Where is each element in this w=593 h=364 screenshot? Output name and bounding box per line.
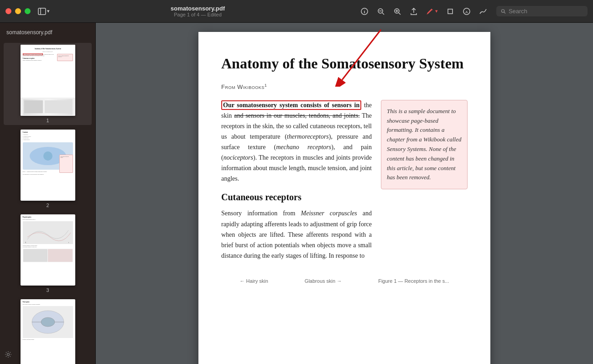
thumbnail-3[interactable]: Proprioceptors Rapidly adapting afferent…: [4, 213, 92, 295]
thumb-label-2: 2: [46, 203, 49, 208]
file-name: somatosensory.pdf: [171, 5, 225, 12]
from-wikibooks: From Wikibooks1: [221, 83, 468, 90]
main-area: somatosensory.pdf Anatomy of the Somatos…: [0, 23, 593, 364]
label-figure: Figure 1 — Receptors in the s...: [378, 278, 449, 284]
sidebar: somatosensory.pdf Anatomy of the Somatos…: [0, 23, 96, 364]
svg-line-9: [399, 13, 401, 15]
label-hairy: ← Hairy skin: [240, 278, 268, 284]
strikethrough-text: and sensors in our muscles, tendons, and…: [234, 112, 359, 119]
section-heading: Cutaneous receptors: [221, 192, 372, 203]
crop-icon[interactable]: [446, 7, 454, 16]
minimize-button[interactable]: [15, 8, 21, 14]
page-bottom-labels: ← Hairy skin Glabrous skin → Figure 1 — …: [221, 278, 468, 284]
svg-line-6: [382, 13, 384, 15]
pdf-viewer: Anatomy of the Somatosensory System From…: [96, 23, 593, 364]
titlebar-center: somatosensory.pdf Page 1 of 4 — Edited: [53, 5, 342, 17]
thumb-box-2: Contents 1. Introduction 2. Cutaneous re…: [21, 130, 75, 201]
sidebar-dropdown-icon: ▾: [47, 8, 50, 14]
info-icon[interactable]: [360, 7, 369, 16]
search-input[interactable]: [509, 8, 583, 15]
svg-text:A: A: [465, 10, 468, 14]
close-button[interactable]: [5, 8, 11, 14]
thumb-label-3: 3: [46, 287, 49, 293]
file-info: somatosensory.pdf Page 1 of 4 — Edited: [171, 5, 225, 17]
traffic-lights: [5, 8, 31, 14]
sidebar-toggle-icon[interactable]: ▾: [38, 7, 50, 16]
svg-point-15: [501, 9, 504, 12]
paragraph-2: Sensory information from Meissner corpus…: [221, 208, 372, 260]
search-icon: [501, 9, 506, 14]
search-bar[interactable]: [496, 6, 588, 16]
svg-point-25: [7, 354, 10, 356]
toolbar-icons: ▾ A: [360, 7, 487, 16]
annotate-icon[interactable]: A: [463, 7, 471, 16]
zoom-out-icon[interactable]: [377, 7, 385, 16]
zoom-in-icon[interactable]: [393, 7, 401, 16]
settings-icon[interactable]: [5, 351, 12, 359]
page-info: Page 1 of 4 — Edited: [174, 12, 222, 17]
svg-line-16: [504, 12, 505, 13]
thumb-box-1: Anatomy of the Somatosensory System FROM…: [21, 45, 75, 116]
thumbnail-1[interactable]: Anatomy of the Somatosensory System FROM…: [4, 43, 92, 125]
svg-point-4: [364, 10, 365, 10]
thumb-box-4: Nociceptors Pain receptors respond to po…: [21, 299, 75, 364]
label-glabrous: Glabrous skin →: [305, 278, 342, 284]
thumb-box-3: Proprioceptors Rapidly adapting afferent…: [21, 214, 75, 286]
pdf-title: Anatomy of the Somatosensory System: [221, 55, 468, 72]
thumb-label-1: 1: [46, 118, 49, 123]
sidebar-note: This is a sample document to showcase pa…: [381, 100, 468, 189]
thumbnail-2[interactable]: Contents 1. Introduction 2. Cutaneous re…: [4, 128, 92, 210]
titlebar: ▾ somatosensory.pdf Page 1 of 4 — Edited: [0, 0, 593, 23]
sidebar-filename: somatosensory.pdf: [4, 27, 92, 40]
svg-rect-17: [23, 221, 73, 244]
pdf-page: Anatomy of the Somatosensory System From…: [198, 32, 490, 364]
paragraph-1: Our somatosensory system consists of sen…: [221, 100, 372, 184]
share-icon[interactable]: [410, 7, 418, 16]
content-area: Our somatosensory system consists of sen…: [221, 100, 468, 269]
highlighted-text: Our somatosensory system consists of sen…: [221, 100, 361, 110]
thumbnail-4[interactable]: Nociceptors Pain receptors respond to po…: [4, 297, 92, 364]
svg-point-22: [41, 317, 55, 327]
maximize-button[interactable]: [25, 8, 31, 14]
sign-icon[interactable]: [479, 7, 487, 16]
main-text: Our somatosensory system consists of sen…: [221, 100, 372, 269]
svg-rect-0: [38, 8, 46, 15]
markup-dropdown-icon[interactable]: ▾: [435, 8, 438, 14]
markup-icon[interactable]: ▾: [426, 7, 438, 16]
svg-rect-12: [448, 9, 453, 14]
